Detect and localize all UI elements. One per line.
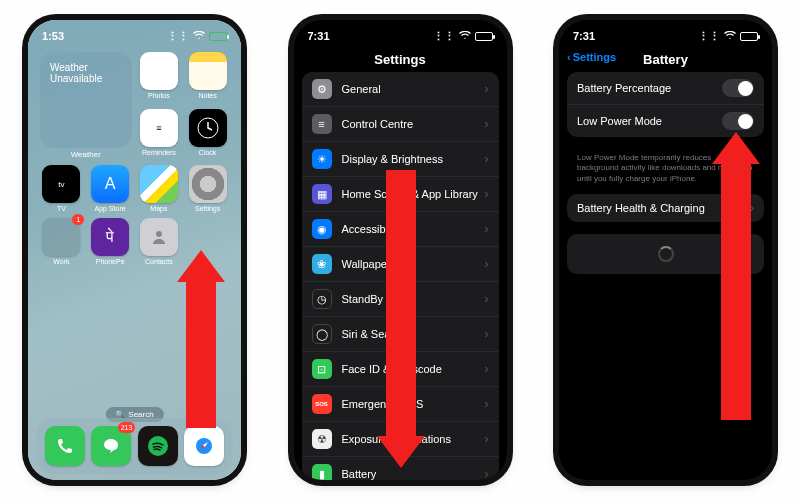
chevron-right-icon: › xyxy=(485,362,489,376)
status-right: ⋮⋮ xyxy=(167,30,227,43)
row-label: Wallpaper xyxy=(342,258,391,270)
safari-icon xyxy=(184,426,224,466)
status-bar: 7:31 ⋮⋮ xyxy=(559,20,772,46)
app-notes[interactable]: Notes xyxy=(186,52,229,103)
app-reminders[interactable]: ≡ Reminders xyxy=(138,109,181,160)
reminders-icon: ≡ xyxy=(140,109,178,147)
appstore-icon: A xyxy=(91,165,129,203)
chevron-right-icon: › xyxy=(485,187,489,201)
badge: 1 xyxy=(72,214,84,225)
toggle-switch[interactable] xyxy=(722,112,754,130)
dock-phone[interactable] xyxy=(45,426,85,466)
row-label: StandBy xyxy=(342,293,384,305)
chevron-right-icon: › xyxy=(485,292,489,306)
notes-icon xyxy=(189,52,227,90)
signal-icon: ⋮⋮ xyxy=(433,30,455,43)
app-maps[interactable]: Maps xyxy=(138,165,181,212)
battery-toggle-group: Battery Percentage Low Power Mode xyxy=(567,72,764,137)
annotation-arrow xyxy=(186,278,216,428)
row-label: Battery xyxy=(342,468,377,480)
person-icon: ◉ xyxy=(312,219,332,239)
clock-icon: ◷ xyxy=(312,289,332,309)
phone-settings-list: 7:31 ⋮⋮ Settings ⚙General›≡Control Centr… xyxy=(294,20,507,480)
phone-home-screen: 1:53 ⋮⋮ Weather Unavailable Weather ❀ Ph… xyxy=(28,20,241,480)
page-title: Battery xyxy=(643,52,688,67)
app-work-folder[interactable]: 1 Work xyxy=(40,218,83,265)
maps-icon xyxy=(140,165,178,203)
weather-widget-label: Weather xyxy=(40,150,132,159)
app-label: Clock xyxy=(199,149,217,156)
chevron-right-icon: › xyxy=(485,397,489,411)
row-label: Display & Brightness xyxy=(342,153,444,165)
settings-icon xyxy=(189,165,227,203)
chevron-right-icon: › xyxy=(485,117,489,131)
svg-point-1 xyxy=(156,231,162,237)
row-label: Battery Health & Charging xyxy=(577,202,705,214)
wifi-icon xyxy=(193,30,205,42)
battery-icon xyxy=(475,32,493,41)
status-bar: 7:31 ⋮⋮ xyxy=(294,20,507,46)
chevron-right-icon: › xyxy=(485,222,489,236)
weather-widget[interactable]: Weather Unavailable xyxy=(40,52,132,148)
chevron-left-icon: ‹ xyxy=(567,51,571,63)
app-photos[interactable]: ❀ Photos xyxy=(138,52,181,103)
wifi-icon xyxy=(459,30,471,42)
dock-safari[interactable] xyxy=(184,426,224,466)
status-right: ⋮⋮ xyxy=(433,30,493,43)
spotify-icon xyxy=(138,426,178,466)
status-time: 7:31 xyxy=(573,30,595,42)
app-label: Notes xyxy=(198,92,216,99)
switches-icon: ≡ xyxy=(312,114,332,134)
signal-icon: ⋮⋮ xyxy=(698,30,720,43)
chevron-right-icon: › xyxy=(485,432,489,446)
back-button[interactable]: ‹ Settings xyxy=(567,51,616,63)
status-right: ⋮⋮ xyxy=(698,30,758,43)
grid-icon: ▦ xyxy=(312,184,332,204)
badge: 213 xyxy=(118,422,136,433)
dock-messages[interactable]: 213 xyxy=(91,426,131,466)
siri-icon: ◯ xyxy=(312,324,332,344)
contacts-icon xyxy=(140,218,178,256)
app-label: Settings xyxy=(195,205,220,212)
app-appstore[interactable]: A App Store xyxy=(89,165,132,212)
faceid-icon: ⊡ xyxy=(312,359,332,379)
flower-icon: ❀ xyxy=(312,254,332,274)
home-grid: Weather Unavailable Weather ❀ Photos Not… xyxy=(28,46,241,265)
annotation-arrow xyxy=(386,170,416,440)
phone-battery-settings: 7:31 ⋮⋮ ‹ Settings Battery Battery Perce… xyxy=(559,20,772,480)
exposure-icon: ☢ xyxy=(312,429,332,449)
settings-row-general[interactable]: ⚙General› xyxy=(302,72,499,107)
app-label: Reminders xyxy=(142,149,176,156)
app-tv[interactable]: tv TV xyxy=(40,165,83,212)
chevron-right-icon: › xyxy=(485,82,489,96)
phonepe-icon: पे xyxy=(91,218,129,256)
gear-icon: ⚙ xyxy=(312,79,332,99)
settings-row-control-centre[interactable]: ≡Control Centre› xyxy=(302,107,499,142)
sun-icon: ☀ xyxy=(312,149,332,169)
annotation-arrow xyxy=(721,160,751,420)
app-label: App Store xyxy=(95,205,126,212)
app-label: Photos xyxy=(148,92,170,99)
dock-spotify[interactable] xyxy=(138,426,178,466)
battery-icon xyxy=(209,32,227,41)
row-label: Control Centre xyxy=(342,118,414,130)
row-label: General xyxy=(342,83,381,95)
app-clock[interactable]: Clock xyxy=(186,109,229,160)
app-label: Maps xyxy=(150,205,167,212)
app-label: Contacts xyxy=(145,258,173,265)
row-label: Low Power Mode xyxy=(577,115,662,127)
app-label: PhonePe xyxy=(96,258,125,265)
photos-icon: ❀ xyxy=(140,52,178,90)
app-settings[interactable]: Settings xyxy=(186,165,229,212)
chevron-right-icon: › xyxy=(485,152,489,166)
chevron-right-icon: › xyxy=(485,467,489,480)
app-contacts[interactable]: Contacts xyxy=(138,218,181,265)
app-phonepe[interactable]: पे PhonePe xyxy=(89,218,132,265)
row-battery-percentage[interactable]: Battery Percentage xyxy=(567,72,764,105)
status-time: 7:31 xyxy=(308,30,330,42)
spinner-icon xyxy=(658,246,674,262)
phone-icon xyxy=(45,426,85,466)
clock-icon xyxy=(189,109,227,147)
toggle-switch[interactable] xyxy=(722,79,754,97)
app-label: Work xyxy=(53,258,69,265)
